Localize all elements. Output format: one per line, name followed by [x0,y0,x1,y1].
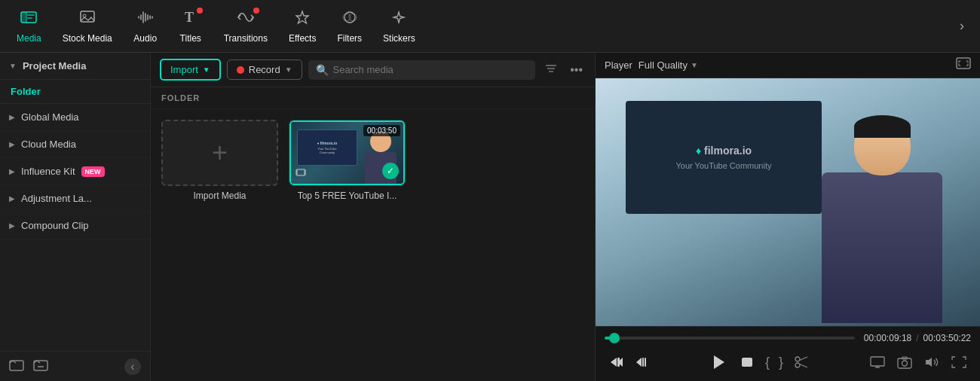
svg-rect-29 [642,358,644,367]
player-title: Player [605,59,632,71]
sidebar-item-influence-kit[interactable]: ▶ Influence Kit NEW [0,158,150,185]
player-all-buttons: { } [605,349,971,375]
expand-button[interactable] [947,353,971,371]
toolbar-label-audio: Audio [133,33,157,44]
search-box[interactable]: 🔍 [308,60,536,80]
audio-icon [136,9,155,30]
toolbar-item-stickers[interactable]: Stickers [372,5,426,48]
toolbar-more-button[interactable]: › [950,14,974,38]
import-media-label: Import Media [193,190,246,201]
filter-icon[interactable] [541,59,561,81]
progress-thumb[interactable] [609,333,620,343]
progress-track[interactable] [605,337,855,340]
svg-rect-4 [27,17,32,19]
video-card[interactable]: ♦ filmora.io Your YouTube Community [289,120,406,201]
player-video: ♦ filmora.io Your YouTube Community [596,78,980,326]
svg-point-34 [795,363,800,367]
player-controls: 00:00:09:18 / 00:03:50:22 [596,326,980,381]
toolbar-item-stock-media[interactable]: Stock Media [52,5,123,48]
clip-button[interactable] [789,352,815,372]
svg-rect-37 [871,357,884,366]
frame-back-button[interactable] [630,352,653,372]
svg-rect-11 [10,361,23,370]
video-preview: ♦ filmora.io Your YouTube Community [289,120,405,185]
video-thumb: ♦ filmora.io Your YouTube Community [289,120,406,186]
player-progress: 00:00:09:18 / 00:03:50:22 [605,333,971,343]
toolbar-item-transitions[interactable]: Transitions [213,5,278,48]
effects-icon [292,9,312,30]
media-grid: + Import Media ♦ filmora.io Your YouTube [151,109,595,212]
sidebar-item-adjustment-layer[interactable]: ▶ Adjustment La... [0,185,150,212]
rewind-button[interactable] [605,352,629,372]
video-screen: ♦ filmora.io Your YouTube Community [297,130,357,166]
svg-rect-24 [957,58,970,69]
out-point-button[interactable]: } [776,352,786,373]
player-fullscreen-icon[interactable] [956,57,971,73]
player-area: Player Full Quality ▼ ♦ film [596,53,980,381]
video-film-icon [296,167,306,179]
total-time: 00:03:50:22 [923,333,971,343]
svg-line-35 [800,357,808,361]
video-duration-badge: 00:03:50 [363,125,400,136]
svg-rect-32 [742,358,752,367]
add-folder-icon[interactable] [9,358,24,375]
brand-text: filmora.io [704,145,752,157]
svg-rect-30 [645,358,646,367]
cloud-media-chevron: ▶ [9,140,15,148]
toolbar-label-filters: Filters [337,33,362,44]
sidebar-collapse-button[interactable]: ‹ [124,358,141,375]
remove-folder-icon[interactable] [33,358,48,375]
toolbar-item-effects[interactable]: Effects [278,5,326,48]
toolbar-item-audio[interactable]: Audio [123,5,168,48]
svg-line-36 [800,364,808,368]
sidebar-item-compound-clip[interactable]: ▶ Compound Clip [0,212,150,239]
play-button[interactable] [703,349,732,375]
svg-text:T: T [185,10,194,25]
toolbar-item-media[interactable]: Media [6,5,52,48]
sidebar-header[interactable]: ▼ Project Media [0,53,150,80]
search-input[interactable] [333,64,528,75]
sidebar-folder-button[interactable]: Folder [0,80,150,104]
toolbar-label-stock-media: Stock Media [63,33,112,44]
compound-clip-chevron: ▶ [9,221,15,230]
import-arrow-icon: ▼ [203,66,210,74]
main-content: ▼ Project Media Folder ▶ Global Media ▶ … [0,53,980,381]
player-quality-selector[interactable]: Full Quality ▼ [639,59,698,71]
sidebar-item-global-media[interactable]: ▶ Global Media [0,104,150,131]
influence-kit-badge: NEW [81,166,105,177]
transitions-icon [235,9,256,30]
screenshot-button[interactable] [893,352,917,372]
toolbar-item-filters[interactable]: Filters [326,5,372,48]
media-area: Import ▼ Record ▼ 🔍 ••• FOLDER [151,53,596,381]
filters-icon [340,9,360,30]
media-icon [20,9,38,30]
toolbar-item-titles[interactable]: T Titles [168,5,213,48]
stop-button[interactable] [735,352,759,372]
svg-marker-31 [714,355,724,369]
stock-media-icon [78,9,96,30]
sidebar: ▼ Project Media Folder ▶ Global Media ▶ … [0,53,151,381]
import-button[interactable]: Import ▼ [160,59,221,81]
current-time: 00:00:09:18 [864,333,911,343]
import-media-card[interactable]: + Import Media [161,120,278,201]
volume-button[interactable] [920,353,944,371]
video-check-icon: ✓ [382,163,399,179]
more-options-icon[interactable]: ••• [567,60,586,80]
svg-rect-1 [21,12,26,23]
player-video-bg: ♦ filmora.io Your YouTube Community [596,78,980,326]
toolbar-label-transitions: Transitions [224,33,268,44]
player-right-buttons [865,352,971,372]
monitor-button[interactable] [865,353,890,371]
in-point-button[interactable]: { [762,352,773,373]
record-label: Record [249,64,280,75]
folder-section-label: FOLDER [151,87,595,109]
player-left-buttons [605,352,653,372]
sidebar-item-cloud-media[interactable]: ▶ Cloud Media [0,131,150,158]
player-time: 00:00:09:18 / 00:03:50:22 [864,333,971,343]
time-separator: / [916,333,918,343]
toolbar-label-effects: Effects [289,33,316,44]
stickers-icon [389,9,409,30]
video-label: Top 5 FREE YouTube I... [298,190,397,201]
svg-rect-3 [27,14,35,16]
record-button[interactable]: Record ▼ [227,59,302,80]
